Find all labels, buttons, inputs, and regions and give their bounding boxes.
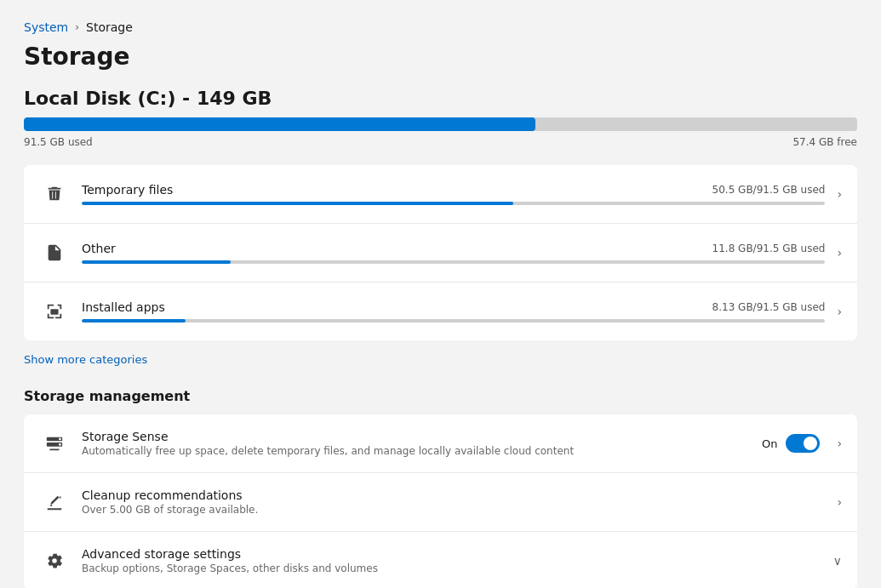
breadcrumb-chevron-icon: ›	[75, 21, 79, 33]
breadcrumb-current: Storage	[86, 20, 133, 34]
category-content-other: Other 11.8 GB/91.5 GB used	[82, 242, 825, 264]
svg-point-3	[59, 438, 61, 441]
category-content-temporary-files: Temporary files 50.5 GB/91.5 GB used	[82, 183, 825, 205]
cleanup-icon	[39, 487, 70, 517]
management-content-storage-sense: Storage Sense Automatically free up spac…	[82, 430, 762, 457]
svg-rect-0	[50, 309, 58, 314]
show-more-categories[interactable]: Show more categories	[24, 351, 147, 368]
disk-stats: 91.5 GB used 57.4 GB free	[24, 136, 857, 148]
svg-point-4	[59, 443, 61, 446]
management-desc-storage-sense: Automatically free up space, delete temp…	[82, 445, 762, 457]
disk-free-label: 57.4 GB free	[792, 136, 857, 148]
category-item-temporary-files[interactable]: Temporary files 50.5 GB/91.5 GB used ›	[24, 165, 857, 224]
category-name-other: Other	[82, 242, 116, 255]
management-item-advanced[interactable]: Advanced storage settings Backup options…	[24, 532, 857, 588]
category-header-other: Other 11.8 GB/91.5 GB used	[82, 242, 825, 255]
management-name-storage-sense: Storage Sense	[82, 430, 762, 443]
disk-used-label: 91.5 GB used	[24, 136, 93, 148]
file-icon	[39, 237, 70, 268]
category-bar-fill-installed-apps	[82, 319, 186, 323]
category-name-temporary-files: Temporary files	[82, 183, 173, 197]
category-chevron-other: ›	[837, 246, 842, 260]
category-size-installed-apps: 8.13 GB/91.5 GB used	[712, 301, 826, 313]
disk-label: Local Disk (C:) - 149 GB	[24, 88, 857, 109]
category-size-other: 11.8 GB/91.5 GB used	[712, 243, 826, 254]
category-content-installed-apps: Installed apps 8.13 GB/91.5 GB used	[82, 300, 825, 323]
management-list: Storage Sense Automatically free up spac…	[24, 414, 857, 588]
management-name-cleanup: Cleanup recommendations	[82, 488, 828, 502]
breadcrumb: System › Storage	[24, 20, 857, 34]
category-bar-fill-other	[82, 260, 231, 264]
management-content-cleanup: Cleanup recommendations Over 5.00 GB of …	[82, 488, 828, 516]
category-size-temporary-files: 50.5 GB/91.5 GB used	[712, 184, 826, 196]
toggle-switch-storage-sense[interactable]	[786, 434, 820, 453]
gear-icon	[39, 545, 70, 576]
chevron-down-icon: ∨	[833, 554, 842, 568]
category-bar-track-installed-apps	[82, 319, 825, 323]
category-chevron-temporary-files: ›	[837, 187, 842, 201]
management-chevron-storage-sense: ›	[837, 437, 842, 450]
category-bar-track-other	[82, 260, 825, 264]
category-header-temporary-files: Temporary files 50.5 GB/91.5 GB used	[82, 183, 825, 197]
overall-disk-bar	[24, 117, 857, 131]
management-name-advanced: Advanced storage settings	[82, 547, 825, 561]
category-bar-track-temporary-files	[82, 202, 825, 205]
management-right-storage-sense: On ›	[762, 434, 842, 453]
category-item-other[interactable]: Other 11.8 GB/91.5 GB used ›	[24, 224, 857, 283]
management-content-advanced: Advanced storage settings Backup options…	[82, 547, 825, 574]
categories-list: Temporary files 50.5 GB/91.5 GB used › O…	[24, 165, 857, 340]
management-item-cleanup[interactable]: Cleanup recommendations Over 5.00 GB of …	[24, 473, 857, 532]
management-chevron-cleanup: ›	[837, 495, 842, 509]
category-name-installed-apps: Installed apps	[82, 300, 165, 314]
trash-icon	[39, 179, 70, 209]
category-header-installed-apps: Installed apps 8.13 GB/91.5 GB used	[82, 300, 825, 314]
management-desc-cleanup: Over 5.00 GB of storage available.	[82, 504, 828, 516]
toggle-label-storage-sense: On	[762, 437, 777, 450]
storage-sense-icon	[39, 428, 70, 459]
management-right-advanced: ∨	[825, 554, 842, 568]
page-title: Storage	[24, 43, 857, 71]
overall-disk-bar-fill	[24, 117, 535, 131]
category-bar-fill-temporary-files	[82, 202, 513, 205]
management-section-title: Storage management	[24, 388, 857, 404]
breadcrumb-system[interactable]: System	[24, 20, 68, 34]
category-item-installed-apps[interactable]: Installed apps 8.13 GB/91.5 GB used ›	[24, 283, 857, 340]
apps-icon	[39, 296, 70, 327]
management-right-cleanup: ›	[828, 495, 842, 509]
category-chevron-installed-apps: ›	[837, 305, 842, 318]
management-item-storage-sense[interactable]: Storage Sense Automatically free up spac…	[24, 414, 857, 473]
management-desc-advanced: Backup options, Storage Spaces, other di…	[82, 562, 825, 574]
